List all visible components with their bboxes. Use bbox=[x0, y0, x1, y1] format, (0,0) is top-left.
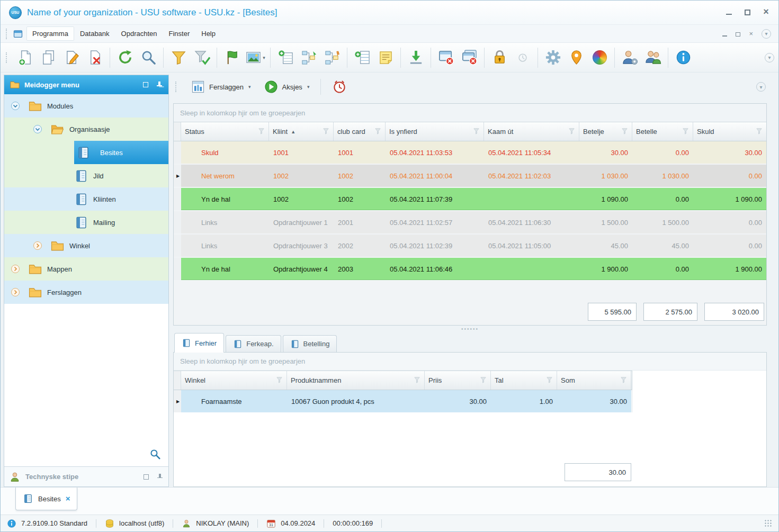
copy-button[interactable] bbox=[37, 46, 59, 70]
column-header-som[interactable]: Som bbox=[557, 371, 631, 390]
pin-icon[interactable] bbox=[156, 81, 163, 88]
column-header-kaam-ut[interactable]: Kaam út bbox=[484, 122, 579, 141]
column-header-is-ynfierd[interactable]: Is ynfierd bbox=[386, 122, 484, 141]
document-tab-besites[interactable]: Besites × bbox=[15, 488, 77, 510]
chevron-right-icon[interactable] bbox=[11, 264, 20, 274]
lock-button[interactable] bbox=[488, 46, 511, 70]
user-permissions-button[interactable] bbox=[619, 46, 641, 70]
collapse-tree-button[interactable] bbox=[321, 46, 343, 70]
edit-button[interactable] bbox=[60, 46, 83, 70]
location-button[interactable] bbox=[565, 46, 587, 70]
filter-icon[interactable] bbox=[756, 128, 763, 136]
resize-grip[interactable] bbox=[764, 519, 772, 527]
refresh-button[interactable] bbox=[114, 46, 136, 70]
search-button[interactable] bbox=[137, 46, 159, 70]
users-button[interactable] bbox=[642, 46, 664, 70]
tree-selected-item[interactable]: Besites bbox=[74, 141, 168, 164]
filter-icon[interactable] bbox=[414, 376, 420, 385]
mdi-close-button[interactable]: × bbox=[749, 31, 753, 37]
tree-item-organisaasje[interactable]: Organisaasje bbox=[4, 118, 168, 141]
mdi-minimize-button[interactable] bbox=[722, 31, 727, 37]
filter-button[interactable] bbox=[167, 46, 190, 70]
flag-button[interactable] bbox=[221, 46, 243, 70]
tree-item-ferslaggen[interactable]: Ferslaggen bbox=[4, 281, 168, 304]
settings-button[interactable] bbox=[542, 46, 564, 70]
view-toolbar-overflow-icon[interactable]: ▾ bbox=[756, 82, 766, 92]
chevron-right-icon[interactable] bbox=[33, 241, 42, 250]
delete-button[interactable] bbox=[84, 46, 106, 70]
horizontal-splitter[interactable]: •••••• bbox=[173, 326, 767, 332]
apply-filter-button[interactable] bbox=[191, 46, 213, 70]
menu-item-finster[interactable]: Finster bbox=[163, 26, 196, 41]
close-button[interactable]: × bbox=[762, 8, 770, 16]
tab-ferhier[interactable]: Ferhier bbox=[174, 333, 224, 353]
column-header-club-card[interactable]: club card bbox=[334, 122, 386, 141]
filter-icon[interactable] bbox=[473, 128, 480, 136]
column-header-tal[interactable]: Tal bbox=[491, 371, 557, 390]
menubar-drag-handle[interactable] bbox=[6, 29, 8, 39]
reports-dropdown-button[interactable]: Ferslaggen ▾ bbox=[186, 77, 255, 97]
column-header-skuld[interactable]: Skuld bbox=[693, 122, 766, 141]
filter-icon[interactable] bbox=[568, 128, 575, 136]
filter-icon[interactable] bbox=[276, 376, 283, 385]
pin-icon[interactable] bbox=[156, 473, 164, 481]
support-panel-header[interactable]: Technyske stipe bbox=[4, 466, 168, 486]
new-document-button[interactable] bbox=[14, 46, 36, 70]
filter-icon[interactable] bbox=[323, 128, 329, 136]
minimize-button[interactable] bbox=[725, 8, 733, 16]
column-header-winkel[interactable]: Winkel bbox=[181, 371, 287, 390]
close-window-button[interactable] bbox=[435, 46, 457, 70]
menu-item-opdrachten[interactable]: Opdrachten bbox=[115, 26, 163, 41]
export-download-button[interactable] bbox=[405, 46, 427, 70]
menu-item-databank[interactable]: Databank bbox=[74, 26, 115, 41]
filter-icon[interactable] bbox=[682, 128, 689, 136]
filter-icon[interactable] bbox=[374, 128, 381, 136]
chevron-right-icon[interactable] bbox=[11, 287, 20, 297]
table-row[interactable]: Links Opdrachtjouwer 3 2002 05.04.2021 1… bbox=[174, 235, 766, 257]
image-button[interactable]: ▾ bbox=[244, 46, 266, 70]
view-toolbar-drag-handle[interactable] bbox=[175, 82, 178, 92]
chevron-down-icon[interactable] bbox=[33, 124, 42, 134]
column-header-status[interactable]: Status bbox=[181, 122, 269, 141]
close-all-windows-button[interactable] bbox=[458, 46, 480, 70]
toolbar-overflow-icon[interactable]: ▾ bbox=[765, 53, 774, 62]
close-tab-icon[interactable]: × bbox=[66, 495, 70, 502]
filter-icon[interactable] bbox=[546, 376, 553, 385]
float-panel-icon[interactable] bbox=[142, 81, 149, 88]
tree-item-winkel[interactable]: Winkel bbox=[4, 234, 168, 257]
maximize-button[interactable] bbox=[744, 8, 751, 16]
column-header-betelle[interactable]: Betelle bbox=[632, 122, 693, 141]
tree-item-jild[interactable]: Jild bbox=[4, 164, 168, 187]
filter-icon[interactable] bbox=[620, 376, 627, 385]
group-by-area[interactable]: Sleep in kolomkop hjir om te groepearjen bbox=[174, 104, 766, 122]
tree-item-besites[interactable]: Besites bbox=[4, 141, 168, 164]
menubar-overflow-icon[interactable]: ▾ bbox=[762, 29, 771, 39]
add-row-button[interactable] bbox=[351, 46, 373, 70]
column-header-kliint[interactable]: Kliint ▲ bbox=[269, 122, 334, 141]
column-header-priis[interactable]: Priis bbox=[425, 371, 491, 390]
new-node-button[interactable] bbox=[274, 46, 297, 70]
group-by-area[interactable]: Sleep in kolomkop hjir om te groepearjen bbox=[174, 353, 766, 371]
notes-button[interactable] bbox=[374, 46, 397, 70]
float-panel-icon[interactable] bbox=[142, 473, 150, 481]
sidebar-header[interactable]: Meidogger menu bbox=[4, 75, 168, 94]
toolbar-drag-handle[interactable] bbox=[6, 52, 8, 63]
menu-item-help[interactable]: Help bbox=[195, 26, 221, 41]
tree-item-mailing[interactable]: Mailing bbox=[4, 211, 168, 234]
table-row[interactable]: Links Opdrachtjouwer 1 2001 05.04.2021 1… bbox=[174, 211, 766, 233]
info-button[interactable] bbox=[672, 46, 694, 70]
menu-item-programma[interactable]: Programma bbox=[26, 26, 74, 41]
table-row[interactable]: Yn de hal Opdrachtjouwer 4 2003 05.04.20… bbox=[174, 258, 766, 280]
recent-button[interactable] bbox=[512, 46, 534, 70]
filter-icon[interactable] bbox=[480, 376, 487, 385]
tab-ferkeap[interactable]: Ferkeap. bbox=[226, 335, 281, 352]
tree-item-kliinten[interactable]: Kliinten bbox=[4, 187, 168, 211]
timer-button[interactable] bbox=[328, 77, 351, 97]
tree-item-modules[interactable]: Modules bbox=[4, 94, 168, 118]
column-header-produktnammen[interactable]: Produktnammen bbox=[287, 371, 425, 390]
column-header-betelje[interactable]: Betelje bbox=[579, 122, 632, 141]
table-row[interactable]: Skuld 1001 1001 05.04.2021 11:03:53 05.0… bbox=[174, 141, 766, 164]
actions-dropdown-button[interactable]: Aksjes ▾ bbox=[259, 77, 314, 97]
filter-icon[interactable] bbox=[621, 128, 628, 136]
filter-icon[interactable] bbox=[258, 128, 265, 136]
